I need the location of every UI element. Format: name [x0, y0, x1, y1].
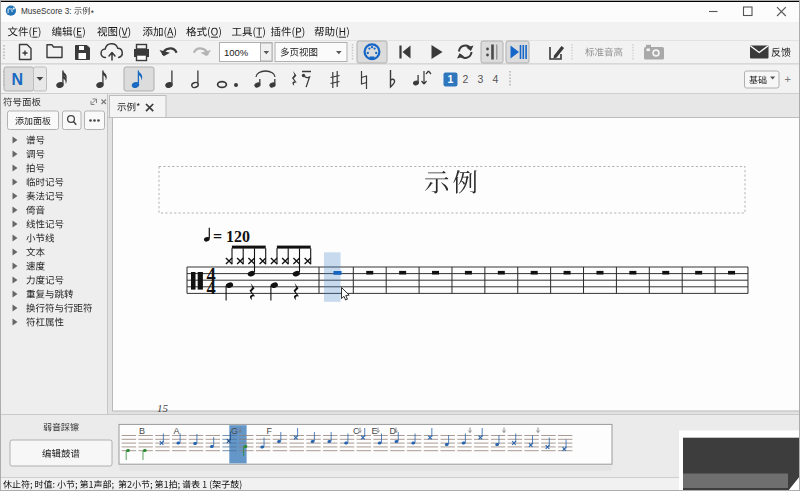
svg-text:N: N [12, 71, 24, 88]
svg-text:+: + [785, 73, 791, 85]
svg-text:D: D [390, 426, 397, 436]
svg-text:A: A [174, 426, 180, 436]
svg-text:4: 4 [206, 278, 215, 298]
svg-text:B: B [139, 426, 145, 436]
svg-text:1: 1 [448, 73, 454, 85]
svg-text:3: 3 [478, 73, 484, 85]
svg-text:MuseScore 3:: MuseScore 3: [21, 7, 72, 16]
svg-text:2: 2 [463, 73, 469, 85]
svg-text:= 120: = 120 [213, 228, 250, 245]
svg-text:G: G [231, 426, 238, 436]
svg-text:100%: 100% [224, 47, 249, 58]
svg-text:15: 15 [157, 402, 169, 414]
svg-text:F: F [267, 426, 273, 436]
svg-text:4: 4 [493, 73, 499, 85]
